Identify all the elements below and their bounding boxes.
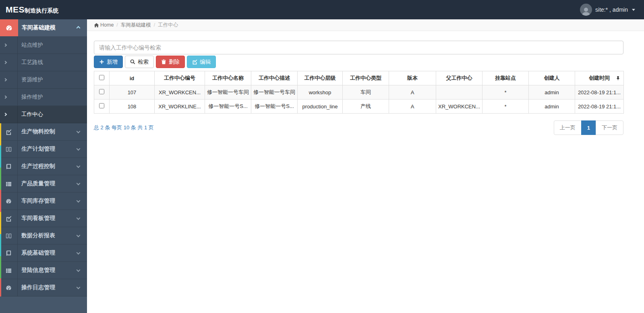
sidebar-section-material-control[interactable]: 生产物料控制 [0,123,87,141]
user-label: site:* , admin [595,6,628,13]
sidebar-section-label: 生产过程控制 [18,163,77,170]
sidebar-section-operation-log[interactable]: 操作日志管理 [0,279,87,296]
cell-id: 108 [110,99,155,114]
edit-button[interactable]: 编辑 [187,56,216,68]
cell-creator: admin [529,85,575,99]
table-header-row: id 工作中心编号 工作中心名称 工作中心描述 工作中心层级 工作中心类型 版本… [94,71,624,85]
sidebar-section-label: 生产物料控制 [18,128,77,135]
delete-button[interactable]: 删除 [156,56,185,68]
table-row[interactable]: 108 XR_WORKLINE... 修一智能一号S... 修一智能一号S...… [94,99,624,114]
cell-code: XR_WORKLINE... [155,99,205,114]
book-icon [0,158,18,175]
columns-icon [0,141,18,158]
sidebar-item-label: 资源维护 [18,76,87,83]
breadcrumb-separator: / [116,22,118,28]
column-header-code: 工作中心编号 [155,71,205,85]
chevron-down-icon [77,181,81,185]
sidebar-section-data-analysis[interactable]: 数据分析报表 [0,227,87,245]
breadcrumb-level2: 工作中心 [158,22,178,29]
dashboard-icon [0,193,18,209]
sidebar-item-label: 操作维护 [18,93,87,101]
chevron-down-icon [77,147,81,151]
row-select-cell [94,85,110,99]
sidebar-item-station-maintenance[interactable]: 站点维护 [0,37,87,54]
edit-icon [0,210,18,227]
sidebar-item-label: 工作中心 [18,111,87,118]
table-row[interactable]: 107 XR_WORKCEN... 修一智能一号车间 修一智能一号车间 work… [94,85,624,99]
sidebar-item-label: 站点维护 [18,41,87,49]
sidebar-section-label: 车间看板管理 [18,215,77,222]
next-page-button[interactable]: 下一页 [596,120,623,135]
sidebar-item-work-center[interactable]: 工作中心 [0,106,87,123]
cell-description: 修一智能一号S... [251,99,298,114]
cell-level: production_line [298,99,343,114]
sidebar-section-plan-management[interactable]: 生产计划管理 [0,141,87,158]
dashboard-icon [0,279,18,296]
cell-id: 107 [110,85,155,99]
home-icon [94,23,99,28]
sidebar-item-resource-maintenance[interactable]: 资源维护 [0,71,87,89]
edit-icon [192,59,197,64]
sidebar-section-label: 生产计划管理 [18,145,77,153]
pin-icon[interactable] [616,76,620,81]
sidebar-submenu: 站点维护 工艺路线 资源维护 操作维护 工作中心 [0,37,87,123]
page-1-button[interactable]: 1 [581,120,596,135]
person-icon [581,6,591,16]
breadcrumb: Home / 车间基础建模 / 工作中心 [87,19,644,31]
app-logo: MES制造执行系统 [0,5,58,15]
sidebar-section-label: 数据分析报表 [18,232,77,239]
avatar [580,4,592,16]
chevron-right-icon [3,95,6,99]
user-menu[interactable]: site:* , admin [580,4,644,16]
chevron-down-icon [77,216,81,220]
cell-site: * [482,85,529,99]
delete-button-label: 删除 [169,58,180,66]
cell-type: 车间 [343,85,389,99]
row-checkbox[interactable] [99,89,104,94]
sidebar-item-operation-maintenance[interactable]: 操作维护 [0,89,87,106]
chevron-right-icon [3,113,6,116]
chevron-down-icon [77,285,81,289]
sidebar-section-label: 车间库存管理 [18,197,77,205]
add-button-label: 新增 [107,58,118,66]
chevron-up-icon [77,26,81,30]
search-button[interactable]: 检索 [125,56,154,68]
toolbar: 新增 检索 删除 编辑 [94,56,637,68]
list-icon [0,262,18,279]
cell-version: A [389,99,436,114]
sidebar-section-kanban-management[interactable]: 车间看板管理 [0,210,87,227]
content-area: Home / 车间基础建模 / 工作中心 新增 检索 删除 编辑 [87,19,644,313]
breadcrumb-level1[interactable]: 车间基础建模 [121,22,151,29]
topbar: MES制造执行系统 site:* , admin [0,0,644,19]
column-header-id: id [110,71,155,85]
work-center-table: id 工作中心编号 工作中心名称 工作中心描述 工作中心层级 工作中心类型 版本… [94,71,624,114]
app-logo-rest: 制造执行系统 [25,7,58,15]
chevron-down-icon [77,129,81,133]
cell-created-time: 2022-08-19 21:1... [575,99,624,114]
edit-button-label: 编辑 [200,58,211,66]
sidebar-section-inventory-management[interactable]: 车间库存管理 [0,193,87,210]
select-all-checkbox[interactable] [99,75,104,80]
column-header-label: 创建时间 [589,75,610,81]
sidebar-section-login-info[interactable]: 登陆信息管理 [0,262,87,279]
row-select-cell [94,99,110,114]
add-button[interactable]: 新增 [94,56,123,68]
chevron-right-icon [3,61,6,64]
sidebar-section-system-management[interactable]: 系统基础管理 [0,245,87,262]
sidebar-item-process-route[interactable]: 工艺路线 [0,54,87,71]
columns-icon [0,227,18,244]
sidebar-section-quality-management[interactable]: 产品质量管理 [0,175,87,193]
cell-site: * [482,99,529,114]
column-header-created-time: 创建时间 [575,71,624,85]
sidebar-section-process-control[interactable]: 生产过程控制 [0,158,87,175]
chevron-down-icon [77,251,81,255]
search-input[interactable] [94,41,623,54]
edit-icon [0,123,18,140]
sidebar-section-label: 产品质量管理 [18,180,77,187]
prev-page-button[interactable]: 上一页 [554,120,582,135]
row-checkbox[interactable] [99,103,104,108]
breadcrumb-home[interactable]: Home [94,22,114,28]
column-header-level: 工作中心层级 [298,71,343,85]
sidebar-section-workshop-modeling[interactable]: 车间基础建模 [0,19,87,37]
sidebar-section-label: 登陆信息管理 [18,267,77,274]
